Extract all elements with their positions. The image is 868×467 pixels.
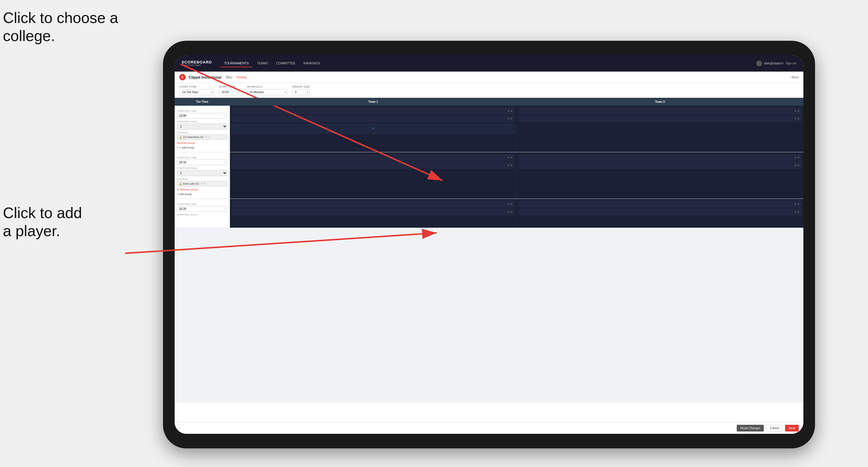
user-email: blair@clippd.io bbox=[764, 62, 783, 65]
course-name-1: (A) Peachtree GC bbox=[183, 136, 204, 138]
starting-time-input-2[interactable] bbox=[177, 160, 227, 165]
starting-time-label-2: STARTING TIME: bbox=[177, 156, 227, 159]
player-actions: ✕ ▾ bbox=[794, 110, 799, 113]
starting-hole-select-1[interactable]: 1 10 bbox=[177, 123, 227, 130]
col-header-tee-time: Tee Time bbox=[175, 98, 230, 106]
hosting-label: Hosting bbox=[236, 76, 246, 79]
course-remove-1[interactable]: ✕ bbox=[205, 136, 208, 138]
player-chevron-btn[interactable]: ▾ bbox=[798, 156, 799, 159]
player-row[interactable]: ✕▾ bbox=[519, 200, 802, 208]
player-x-btn[interactable]: ✕ bbox=[507, 203, 510, 206]
group-actions-1: Remove Group + + Add Group bbox=[177, 141, 227, 150]
team1-group1: ✕ ▾ ✕ ▾ + bbox=[230, 106, 517, 152]
starting-time-input-1[interactable] bbox=[177, 113, 227, 119]
remove-group-btn-2[interactable]: ⊖ Remove Group bbox=[177, 187, 227, 192]
player-x-btn[interactable]: ✕ bbox=[794, 110, 797, 113]
player-chevron-btn[interactable]: ▾ bbox=[511, 164, 512, 167]
group-3-left: STARTING TIME: ⏱ STARTING HOLE: bbox=[175, 199, 230, 228]
nav-tab-teams[interactable]: TEAMS bbox=[253, 60, 272, 67]
clock-icon-3: ⏱ bbox=[223, 208, 226, 210]
player-actions: ✕ ▾ bbox=[507, 110, 512, 113]
course-name-2: East Lake GC bbox=[183, 182, 199, 185]
player-row[interactable]: ✕▾ bbox=[232, 209, 515, 215]
settings-row: Start Type 1st Tee Start Shotgun Start S… bbox=[175, 83, 803, 98]
starting-hole-label-2: STARTING HOLE: bbox=[177, 167, 227, 169]
player-x-btn[interactable]: ✕ bbox=[794, 203, 797, 206]
player-chevron-btn[interactable]: ▾ bbox=[511, 203, 512, 206]
start-type-label: Start Type bbox=[179, 85, 214, 88]
player-x-btn[interactable]: ✕ bbox=[507, 164, 510, 167]
course-chevron-1: ▾ bbox=[209, 136, 210, 138]
group-size-select-wrap: 3 2 4 bbox=[292, 89, 310, 95]
sign-out-link[interactable]: Sign out bbox=[786, 62, 796, 65]
player-row[interactable]: ✕▾ bbox=[232, 162, 515, 169]
player-chevron-btn[interactable]: ▾ bbox=[511, 156, 512, 159]
scroll-area[interactable]: STARTING TIME: ⏱ STARTING HOLE: 1 10 COU… bbox=[175, 106, 803, 403]
clock-icon: ⏱ bbox=[238, 91, 241, 94]
add-group-btn-1[interactable]: + + Add Group bbox=[177, 146, 227, 150]
starting-hole-label-1: STARTING HOLE: bbox=[177, 120, 227, 123]
player-row[interactable]: ✕ ▾ bbox=[232, 115, 515, 122]
player-x-btn[interactable]: ✕ bbox=[794, 211, 797, 213]
tablet-frame: SCOREBOARD Powered by clippd TOURNAMENTS… bbox=[163, 41, 815, 448]
player-chevron-btn[interactable]: ▾ bbox=[798, 110, 799, 113]
cancel-button[interactable]: Cancel bbox=[766, 425, 783, 432]
starting-time-label-1: STARTING TIME: bbox=[177, 110, 227, 113]
player-chevron-btn[interactable]: ▾ bbox=[798, 117, 799, 120]
player-x-btn[interactable]: ✕ bbox=[794, 117, 797, 120]
nav-logo: SCOREBOARD Powered by clippd bbox=[182, 60, 212, 66]
player-x-btn[interactable]: ✕ bbox=[507, 156, 510, 159]
player-row[interactable]: ✕▾ bbox=[519, 209, 802, 215]
player-row[interactable]: ✕ ▾ bbox=[519, 107, 802, 115]
team1-group2: ✕▾ ✕▾ bbox=[230, 152, 517, 198]
player-chevron-btn[interactable]: ▾ bbox=[511, 117, 512, 120]
intervals-select[interactable]: 10 Minutes 8 Minutes 12 Minutes bbox=[247, 89, 287, 95]
nav-tab-committee[interactable]: COMMITTEE bbox=[273, 60, 299, 67]
player-x-btn[interactable]: ✕ bbox=[794, 156, 797, 159]
team2-group2: ✕▾ ✕▾ bbox=[517, 152, 803, 198]
player-row[interactable]: ✕ ▾ bbox=[232, 107, 515, 115]
nav-tab-rankings[interactable]: RANKINGS bbox=[300, 60, 324, 67]
starting-hole-wrap-1: 1 10 bbox=[177, 123, 227, 130]
start-type-select[interactable]: 1st Tee Start Shotgun Start bbox=[179, 89, 214, 95]
remove-group-btn-1[interactable]: Remove Group bbox=[177, 141, 227, 145]
nav-bar: SCOREBOARD Powered by clippd TOURNAMENTS… bbox=[175, 55, 803, 72]
player-chevron-btn[interactable]: ▾ bbox=[798, 164, 799, 167]
tablet-screen: SCOREBOARD Powered by clippd TOURNAMENTS… bbox=[175, 55, 803, 434]
group-size-select[interactable]: 3 2 4 bbox=[292, 89, 310, 95]
player-x-btn[interactable]: ✕ bbox=[507, 117, 510, 120]
starting-time-input-3[interactable] bbox=[177, 206, 227, 212]
course-remove-2[interactable]: ✕ bbox=[200, 182, 203, 185]
player-chevron-btn[interactable]: ▾ bbox=[511, 211, 512, 213]
add-group-btn-2[interactable]: + Add Group bbox=[177, 192, 227, 196]
player-chevron-btn[interactable]: ▾ bbox=[798, 203, 799, 206]
player-row[interactable]: ✕▾ bbox=[232, 200, 515, 208]
player-row[interactable]: ✕ ▾ bbox=[519, 115, 802, 122]
save-button[interactable]: Save bbox=[785, 425, 799, 432]
avatar bbox=[756, 61, 762, 66]
player-x-btn[interactable]: ✕ bbox=[507, 110, 510, 113]
nav-tabs: TOURNAMENTS TEAMS COMMITTEE RANKINGS bbox=[221, 60, 756, 67]
table-row: STARTING TIME: ⏱ STARTING HOLE: ✕▾ ✕▾ bbox=[175, 199, 803, 228]
clock-icon-2: ⏱ bbox=[223, 161, 226, 164]
table-row: STARTING TIME: ⏱ STARTING HOLE: 1 COURSE… bbox=[175, 152, 803, 199]
player-chevron-btn[interactable]: ▾ bbox=[798, 211, 799, 213]
course-tag-2[interactable]: ⛳ East Lake GC ✕ ▾ bbox=[177, 181, 227, 186]
player-x-btn[interactable]: ✕ bbox=[794, 164, 797, 167]
course-tag-1[interactable]: ⛳ (A) Peachtree GC ✕ ▾ bbox=[177, 134, 227, 140]
add-player-row[interactable]: + bbox=[232, 124, 515, 134]
player-x-btn[interactable]: ✕ bbox=[507, 211, 510, 213]
event-title: Clippd Invitational bbox=[189, 75, 221, 80]
nav-tab-tournaments[interactable]: TOURNAMENTS bbox=[221, 60, 252, 67]
course-chevron-2: ▾ bbox=[204, 183, 205, 185]
player-row[interactable]: ✕▾ bbox=[519, 154, 802, 161]
team2-group3: ✕▾ ✕▾ bbox=[517, 199, 803, 228]
player-row[interactable]: ✕▾ bbox=[519, 162, 802, 169]
reset-changes-button[interactable]: Reset Changes bbox=[737, 425, 764, 432]
flag-icon: ⛳ bbox=[179, 136, 182, 138]
starting-hole-select-2[interactable]: 1 bbox=[177, 170, 227, 176]
player-row[interactable]: ✕▾ bbox=[232, 154, 515, 161]
player-chevron-btn[interactable]: ▾ bbox=[511, 110, 512, 113]
player-actions: ✕ ▾ bbox=[507, 117, 512, 120]
back-button[interactable]: ‹ Back bbox=[790, 75, 799, 79]
